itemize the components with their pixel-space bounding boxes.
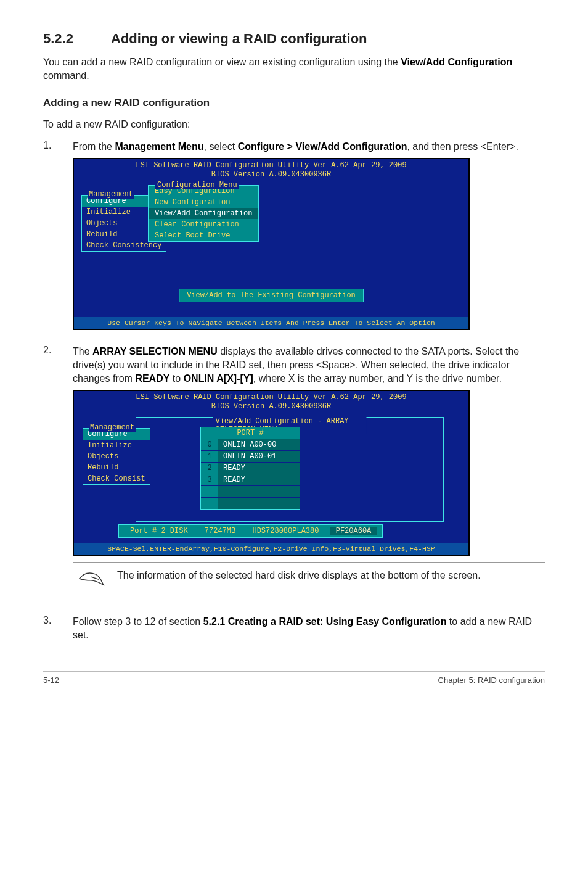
step-number: 1. <box>43 140 60 336</box>
bios-title: LSI Software RAID Configuration Utility … <box>74 391 468 413</box>
configuration-menu-label: Configuration Menu <box>155 181 239 189</box>
port-row-2[interactable]: 2READY <box>201 462 300 474</box>
intro-para: You can add a new RAID configuration or … <box>43 56 545 82</box>
port-table[interactable]: PORT # 0ONLIN A00-00 1ONLIN A00-01 2READ… <box>200 427 300 510</box>
disk-info-bar: Port # 2 DISK 77247MB HDS728080PLA380 PF… <box>118 524 383 538</box>
page-footer: 5-12 Chapter 5: RAID configuration <box>43 671 545 685</box>
bios-screenshot-2: LSI Software RAID Configuration Utility … <box>73 390 470 556</box>
configuration-menu[interactable]: Easy Configuration New Configuration Vie… <box>148 185 259 242</box>
step-1: 1. From the Management Menu, select Conf… <box>43 140 545 336</box>
port-row-0[interactable]: 0ONLIN A00-00 <box>201 439 300 450</box>
note-icon <box>78 569 106 588</box>
bios-footer-help: SPACE-Sel,ENTER-EndArray,F10-Configure,F… <box>74 543 468 555</box>
port-row-3[interactable]: 3READY <box>201 474 300 485</box>
section-heading: 5.2.2Adding or viewing a RAID configurat… <box>43 31 545 47</box>
cfg-item-clear[interactable]: Clear Configuration <box>149 219 258 230</box>
step-1-text: From the Management Menu, select Configu… <box>73 140 545 154</box>
note-text: The information of the selected hard dis… <box>117 569 481 582</box>
bios-screenshot-1: LSI Software RAID Configuration Utility … <box>73 158 470 330</box>
cfg-item-viewadd[interactable]: View/Add Configuration <box>149 208 258 219</box>
port-row-4[interactable] <box>201 485 300 497</box>
step-number: 2. <box>43 345 60 606</box>
step-number: 3. <box>43 615 60 646</box>
cfg-item-new[interactable]: New Configuration <box>149 197 258 208</box>
svg-line-0 <box>91 577 99 579</box>
step-2-text: The ARRAY SELECTION MENU displays the av… <box>73 345 545 386</box>
section-number: 5.2.2 <box>43 31 111 47</box>
chapter-label: Chapter 5: RAID configuration <box>438 675 545 685</box>
cfg-item-boot[interactable]: Select Boot Drive <box>149 230 258 241</box>
step-3-text: Follow step 3 to 12 of section 5.2.1 Cre… <box>73 615 545 643</box>
step-2: 2. The ARRAY SELECTION MENU displays the… <box>43 345 545 606</box>
step-3: 3. Follow step 3 to 12 of section 5.2.1 … <box>43 615 545 646</box>
page-number: 5-12 <box>43 675 59 685</box>
bios-footer-help: Use Cursor Keys To Navigate Between Item… <box>74 317 468 329</box>
port-row-5[interactable] <box>201 497 300 509</box>
port-header: PORT # <box>201 427 300 439</box>
management-menu-label: Management <box>89 423 136 432</box>
bios-status-line: View/Add to The Existing Configuration <box>179 289 364 302</box>
port-row-1[interactable]: 1ONLIN A00-01 <box>201 450 300 462</box>
management-menu-label: Management <box>88 190 134 199</box>
subsection-heading: Adding a new RAID configuration <box>43 97 545 109</box>
subsection-intro: To add a new RAID configuration: <box>43 119 545 130</box>
section-title: Adding or viewing a RAID configuration <box>111 31 367 46</box>
note-callout: The information of the selected hard dis… <box>73 562 545 595</box>
bios-title: LSI Software RAID Configuration Utility … <box>74 159 468 181</box>
